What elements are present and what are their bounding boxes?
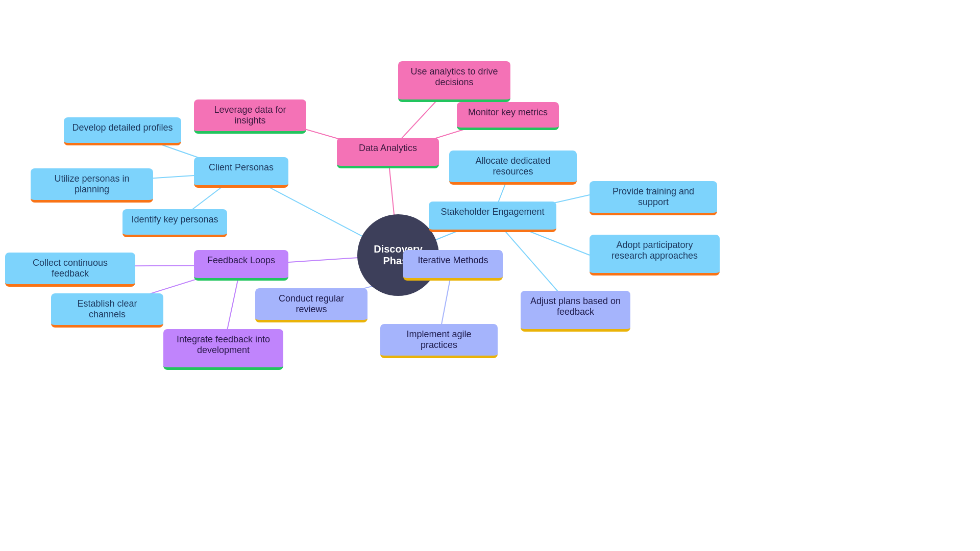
node-stakeholder-engagement[interactable]: Stakeholder Engagement — [429, 202, 556, 232]
node-adjust-plans[interactable]: Adjust plans based on feedback — [521, 291, 630, 332]
node-allocate-resources[interactable]: Allocate dedicated resources — [449, 151, 577, 185]
node-adopt-participatory-label: Adopt participatory research approaches — [611, 240, 698, 261]
node-utilize-personas[interactable]: Utilize personas in planning — [31, 168, 153, 203]
node-leverage-data[interactable]: Leverage data for insights — [194, 99, 306, 134]
node-feedback-loops[interactable]: Feedback Loops — [194, 250, 288, 281]
node-monitor-metrics[interactable]: Monitor key metrics — [457, 102, 559, 130]
node-feedback-loops-label: Feedback Loops — [207, 255, 275, 265]
node-develop-profiles-label: Develop detailed profiles — [72, 122, 173, 133]
node-adopt-participatory[interactable]: Adopt participatory research approaches — [590, 235, 720, 276]
node-use-analytics-label: Use analytics to drive decisions — [410, 66, 498, 87]
node-develop-profiles[interactable]: Develop detailed profiles — [64, 117, 181, 145]
node-integrate-feedback[interactable]: Integrate feedback into development — [163, 329, 283, 370]
node-provide-training[interactable]: Provide training and support — [590, 181, 717, 215]
node-stakeholder-engagement-label: Stakeholder Engagement — [440, 207, 544, 217]
node-conduct-reviews-label: Conduct regular reviews — [279, 293, 344, 314]
node-identify-personas-label: Identify key personas — [131, 214, 218, 224]
node-collect-feedback-label: Collect continuous feedback — [33, 258, 108, 279]
node-provide-training-label: Provide training and support — [612, 186, 694, 207]
node-establish-channels-label: Establish clear channels — [77, 298, 137, 319]
node-conduct-reviews[interactable]: Conduct regular reviews — [255, 288, 368, 322]
node-client-personas[interactable]: Client Personas — [194, 157, 288, 188]
node-allocate-resources-label: Allocate dedicated resources — [475, 156, 550, 177]
node-leverage-data-label: Leverage data for insights — [214, 105, 286, 126]
node-collect-feedback[interactable]: Collect continuous feedback — [5, 253, 135, 287]
node-data-analytics[interactable]: Data Analytics — [337, 138, 439, 168]
node-establish-channels[interactable]: Establish clear channels — [51, 293, 163, 328]
node-identify-personas[interactable]: Identify key personas — [122, 209, 227, 237]
node-integrate-feedback-label: Integrate feedback into development — [177, 334, 270, 355]
node-monitor-metrics-label: Monitor key metrics — [468, 107, 548, 117]
node-iterative-methods-label: Iterative Methods — [418, 255, 488, 265]
node-adjust-plans-label: Adjust plans based on feedback — [530, 296, 621, 317]
node-use-analytics[interactable]: Use analytics to drive decisions — [398, 61, 510, 102]
node-iterative-methods[interactable]: Iterative Methods — [403, 250, 503, 281]
node-utilize-personas-label: Utilize personas in planning — [54, 173, 129, 194]
node-implement-agile[interactable]: Implement agile practices — [380, 324, 498, 358]
node-implement-agile-label: Implement agile practices — [406, 329, 471, 350]
node-client-personas-label: Client Personas — [209, 162, 274, 172]
node-data-analytics-label: Data Analytics — [359, 143, 417, 153]
